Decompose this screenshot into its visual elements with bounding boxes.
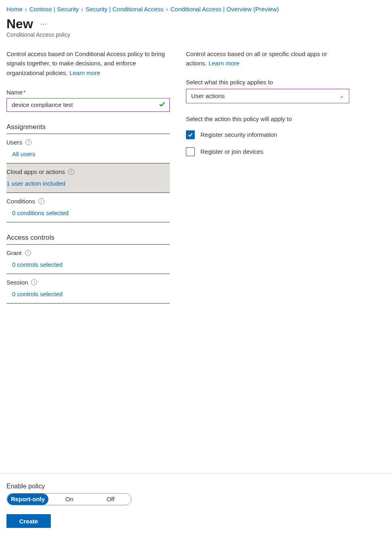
assignment-conditions[interactable]: Conditions i 0 conditions selected [6,193,170,222]
info-icon[interactable]: i [38,198,44,204]
action-label: Register or join devices [200,148,263,155]
pill-off[interactable]: Off [90,494,131,505]
chevron-right-icon: › [81,6,83,13]
conditions-value-link[interactable]: 0 conditions selected [6,209,170,216]
breadcrumb-item-contoso-security[interactable]: Contoso | Security [29,6,79,13]
breadcrumb: Home › Contoso | Security › Security | C… [0,0,392,14]
checkbox-unchecked-icon[interactable] [186,147,195,156]
page-subtitle: Conditional Access policy [0,31,392,40]
info-icon[interactable]: i [68,169,74,175]
right-description: Control access based on all or specific … [186,49,349,68]
footer: Enable policy Report-only On Off Create [0,473,392,540]
chevron-right-icon: › [166,6,168,13]
grant-label: Grant [6,249,22,256]
applies-to-value: User actions [191,92,225,99]
action-label: Register security information [200,131,277,138]
breadcrumb-item-security-ca[interactable]: Security | Conditional Access [85,6,163,13]
info-icon[interactable]: i [25,250,31,256]
valid-check-icon [159,101,165,109]
name-input[interactable] [11,101,159,109]
more-actions-button[interactable]: ⋯ [40,20,48,28]
cloud-apps-label: Cloud apps or actions [6,168,65,175]
learn-more-link[interactable]: Learn more [69,69,100,76]
access-grant[interactable]: Grant i 0 controls selected [6,245,170,274]
right-desc-text: Control access based on all or specific … [186,50,327,67]
learn-more-link-right[interactable]: Learn more [209,60,240,67]
breadcrumb-item-home[interactable]: Home [6,6,23,13]
left-description: Control access based on Conditional Acce… [6,49,170,77]
action-register-join-devices[interactable]: Register or join devices [186,147,349,156]
assignment-cloud-apps[interactable]: Cloud apps or actions i 1 user action in… [6,163,170,193]
assignment-users[interactable]: Users i All users [6,134,170,163]
access-controls-header: Access controls [6,234,170,245]
info-icon[interactable]: i [25,139,31,145]
left-panel: Control access based on Conditional Acce… [6,49,170,473]
cloud-apps-value-link[interactable]: 1 user action included [6,180,170,187]
session-label: Session [6,279,28,286]
enable-policy-toggle[interactable]: Report-only On Off [6,493,131,505]
conditions-label: Conditions [6,198,35,205]
info-icon[interactable]: i [31,279,37,285]
breadcrumb-item-ca-overview[interactable]: Conditional Access | Overview (Preview) [170,6,279,13]
right-panel: Control access based on all or specific … [186,49,349,473]
page-title: New [6,17,33,31]
required-asterisk: * [23,89,26,96]
pill-report-only[interactable]: Report-only [7,494,48,505]
action-register-security-info[interactable]: Register security information [186,130,349,139]
chevron-right-icon: › [25,6,27,13]
chevron-down-icon: ⌄ [340,93,344,99]
users-label: Users [6,139,22,146]
users-value-link[interactable]: All users [6,151,170,157]
session-value-link[interactable]: 0 controls selected [6,291,170,297]
access-session[interactable]: Session i 0 controls selected [6,274,170,303]
pill-on[interactable]: On [49,494,90,505]
grant-value-link[interactable]: 0 controls selected [6,261,170,268]
name-input-wrapper [6,98,170,112]
assignments-header: Assignments [6,123,170,134]
name-label: Name* [6,89,170,96]
action-apply-label: Select the action this policy will apply… [186,115,349,122]
applies-to-label: Select what this policy applies to [186,79,349,86]
checkbox-checked-icon[interactable] [186,130,195,139]
applies-to-select[interactable]: User actions ⌄ [186,89,349,103]
create-button[interactable]: Create [6,514,51,528]
enable-policy-label: Enable policy [6,483,386,490]
